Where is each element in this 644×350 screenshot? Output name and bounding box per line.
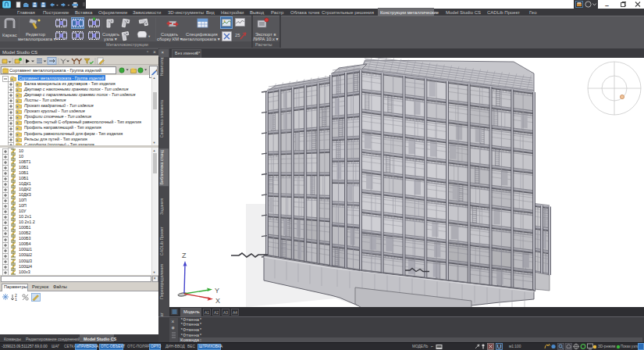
svg-text:1: 1 xyxy=(15,297,17,302)
svg-text:Y: Y xyxy=(215,287,219,295)
svg-text:X: X xyxy=(215,297,220,305)
svg-text:Z: Z xyxy=(182,252,187,259)
